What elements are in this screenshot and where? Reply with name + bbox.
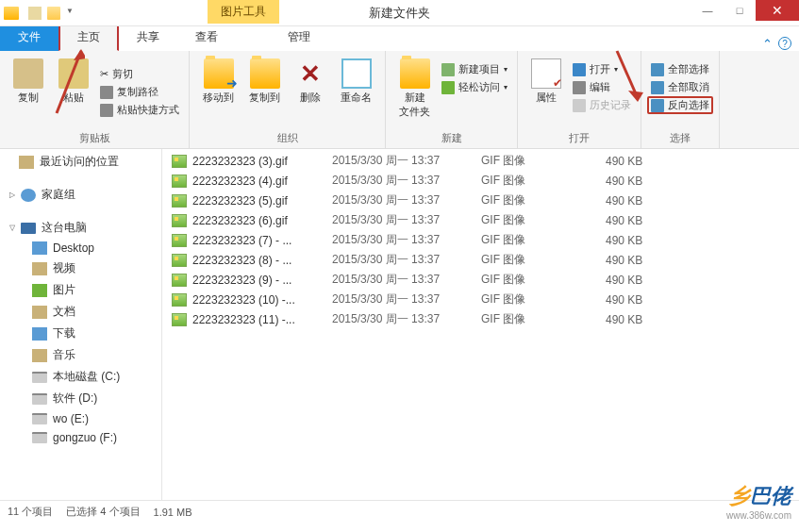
status-size: 1.91 MB [154, 507, 192, 518]
select-none-button[interactable]: 全部取消 [647, 78, 713, 96]
disk-icon [32, 393, 47, 405]
tab-manage[interactable]: 管理 [270, 24, 328, 51]
homegroup-icon [21, 189, 36, 202]
tab-view[interactable]: 查看 [177, 24, 236, 51]
sidebar-item-recent[interactable]: 最近访问的位置 [0, 151, 161, 173]
history-icon [573, 99, 586, 112]
table-row[interactable]: 2223232323 (4).gif2015/3/30 周一 13:37GIF … [162, 171, 799, 191]
minimize-ribbon-icon[interactable]: ⌃ [762, 37, 773, 51]
paste-icon [58, 58, 89, 89]
tab-file[interactable]: 文件 [0, 24, 58, 51]
sidebar-item-documents[interactable]: 文档 [0, 301, 161, 323]
navigation-pane: 最近访问的位置 ▷家庭组 ▽这台电脑 Desktop 视频 图片 文档 下载 音… [0, 149, 162, 500]
status-bar: 11 个项目 已选择 4 个项目 1.91 MB [0, 500, 799, 523]
copy-button[interactable]: 复制 [6, 55, 51, 129]
gif-icon [172, 155, 187, 168]
table-row[interactable]: 2223232323 (9) - ...2015/3/30 周一 13:37GI… [162, 270, 799, 290]
music-icon [32, 349, 47, 362]
gif-icon [172, 175, 187, 188]
table-row[interactable]: 2223232323 (3).gif2015/3/30 周一 13:37GIF … [162, 151, 799, 171]
invert-selection-button[interactable]: 反向选择 [647, 96, 713, 114]
copy-to-icon [250, 58, 280, 89]
documents-icon [32, 306, 47, 319]
rename-icon [341, 58, 372, 89]
paste-shortcut-button[interactable]: 粘贴快捷方式 [96, 101, 183, 119]
table-row[interactable]: 2223232323 (10) -...2015/3/30 周一 13:37GI… [162, 290, 799, 309]
tab-share[interactable]: 共享 [119, 24, 177, 51]
file-list[interactable]: 2223232323 (3).gif2015/3/30 周一 13:37GIF … [162, 149, 799, 500]
sidebar-item-drive-e[interactable]: wo (E:) [0, 409, 161, 428]
open-icon [573, 63, 586, 76]
ribbon-group-organize: ➜ 移动到 复制到 ✕ 删除 重命名 组织 [190, 51, 386, 148]
cut-button[interactable]: ✂剪切 [96, 65, 183, 83]
gif-icon [172, 194, 187, 208]
sidebar-item-drive-d[interactable]: 软件 (D:) [0, 388, 161, 409]
status-items-count: 11 个项目 [8, 505, 53, 519]
history-button[interactable]: 历史记录 [569, 96, 635, 114]
new-folder-icon [400, 58, 430, 89]
properties-icon: ✔ [531, 58, 561, 89]
paste-button[interactable]: 粘贴 [51, 55, 96, 129]
select-none-icon [651, 81, 664, 94]
videos-icon [32, 262, 47, 275]
table-row[interactable]: 2223232323 (7) - ...2015/3/30 周一 13:37GI… [162, 230, 799, 250]
qat-properties-icon[interactable] [28, 7, 42, 20]
gif-icon [172, 254, 187, 267]
gif-icon [172, 274, 187, 287]
quick-access-toolbar: ▼ [28, 7, 74, 20]
sidebar-item-desktop[interactable]: Desktop [0, 239, 161, 258]
group-label-select: 选择 [647, 129, 713, 148]
expand-icon[interactable]: ▷ [9, 191, 15, 199]
sidebar-item-downloads[interactable]: 下载 [0, 323, 161, 344]
sidebar-item-videos[interactable]: 视频 [0, 258, 161, 279]
select-all-icon [651, 63, 664, 76]
copy-icon [13, 58, 43, 89]
edit-button[interactable]: 编辑 [569, 78, 635, 96]
maximize-button[interactable]: □ [724, 0, 756, 21]
easy-access-icon [441, 81, 455, 94]
gif-icon [172, 293, 187, 307]
gif-icon [172, 214, 187, 227]
rename-button[interactable]: 重命名 [333, 55, 379, 129]
ribbon-group-new: 新建 文件夹 新建项目 ▾ 轻松访问 ▾ 新建 [386, 51, 518, 148]
main-area: 最近访问的位置 ▷家庭组 ▽这台电脑 Desktop 视频 图片 文档 下载 音… [0, 149, 799, 500]
sidebar-item-homegroup[interactable]: ▷家庭组 [0, 184, 161, 206]
move-to-button[interactable]: ➜ 移动到 [195, 55, 241, 129]
scissors-icon: ✂ [100, 68, 108, 80]
delete-button[interactable]: ✕ 删除 [288, 55, 333, 129]
sidebar-item-pictures[interactable]: 图片 [0, 279, 161, 301]
minimize-button[interactable]: — [691, 0, 724, 21]
disk-icon [32, 372, 47, 383]
ribbon-group-open: ✔ 属性 打开 ▾ 编辑 历史记录 打开 [518, 51, 641, 148]
new-item-button[interactable]: 新建项目 ▾ [438, 60, 511, 78]
copy-to-button[interactable]: 复制到 [241, 55, 288, 129]
sidebar-item-this-pc[interactable]: ▽这台电脑 [0, 217, 161, 239]
table-row[interactable]: 2223232323 (6).gif2015/3/30 周一 13:37GIF … [162, 210, 799, 230]
sidebar-item-music[interactable]: 音乐 [0, 344, 161, 366]
table-row[interactable]: 2223232323 (8) - ...2015/3/30 周一 13:37GI… [162, 250, 799, 270]
sidebar-item-drive-c[interactable]: 本地磁盘 (C:) [0, 366, 161, 388]
easy-access-button[interactable]: 轻松访问 ▾ [438, 78, 511, 96]
qat-newfolder-icon[interactable] [47, 7, 60, 20]
tab-home[interactable]: 主页 [58, 23, 119, 51]
watermark-url: www.386w.com [726, 510, 791, 521]
edit-icon [573, 81, 586, 94]
copy-path-button[interactable]: 复制路径 [96, 83, 183, 101]
properties-button[interactable]: ✔ 属性 [524, 55, 569, 129]
new-folder-button[interactable]: 新建 文件夹 [391, 55, 438, 129]
group-label-open: 打开 [524, 129, 635, 148]
collapse-icon[interactable]: ▽ [9, 224, 15, 232]
qat-dropdown-icon[interactable]: ▼ [66, 7, 74, 20]
table-row[interactable]: 2223232323 (11) -...2015/3/30 周一 13:37GI… [162, 309, 799, 329]
ribbon-tabs: 文件 主页 共享 查看 管理 ⌃ ? [0, 26, 799, 51]
group-label-new: 新建 [391, 129, 511, 148]
close-button[interactable]: ✕ [756, 0, 799, 21]
select-all-button[interactable]: 全部选择 [647, 60, 713, 78]
table-row[interactable]: 2223232323 (5).gif2015/3/30 周一 13:37GIF … [162, 191, 799, 210]
sidebar-item-drive-f[interactable]: gongzuo (F:) [0, 428, 161, 447]
delete-icon: ✕ [295, 58, 325, 89]
recent-icon [19, 156, 34, 169]
help-icon[interactable]: ? [778, 37, 791, 50]
group-label-organize: 组织 [195, 129, 379, 148]
open-button[interactable]: 打开 ▾ [569, 60, 635, 78]
